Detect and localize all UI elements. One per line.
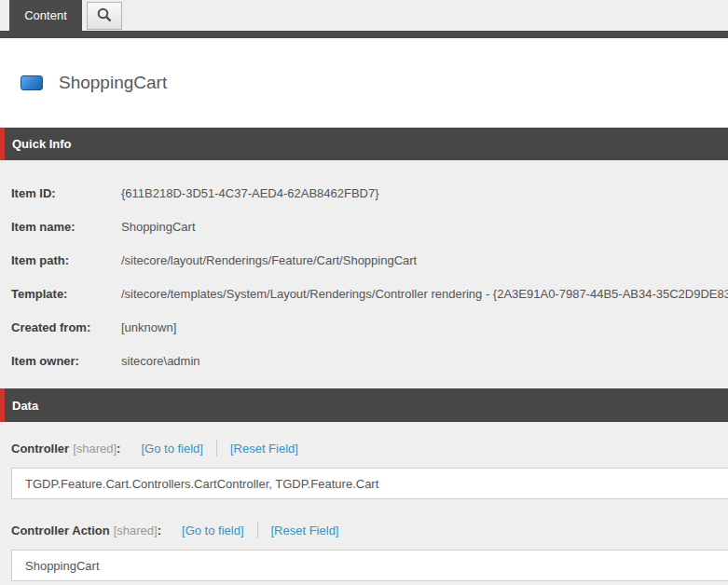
item-id-value: {611B218D-3D51-4C37-AED4-62AB8462FBD7} [121, 186, 379, 200]
quick-info-row-created-from: Created from: [unknown] [0, 310, 728, 344]
controller-action-field-scope: [shared] [114, 524, 158, 537]
section-header-data[interactable]: Data [0, 388, 728, 422]
template-label: Template: [11, 287, 121, 301]
search-icon [96, 7, 113, 26]
controller-field-header: Controller [shared]: [Go to field] [Rese… [11, 441, 728, 456]
header-divider-bar [0, 31, 728, 38]
item-header: ShoppingCart [0, 38, 728, 128]
data-body: Controller [shared]: [Go to field] [Rese… [0, 422, 728, 585]
controller-action-field-label: Controller Action [11, 524, 110, 537]
created-from-label: Created from: [11, 320, 121, 334]
quick-info-row-item-path: Item path: /sitecore/layout/Renderings/F… [0, 243, 728, 277]
item-type-icon [21, 75, 43, 90]
controller-action-reset-field-link[interactable]: [Reset Field] [271, 524, 339, 537]
tab-strip: Content [0, 0, 728, 31]
controller-input[interactable] [11, 468, 728, 499]
item-id-label: Item ID: [11, 186, 121, 200]
page-title: ShoppingCart [59, 73, 167, 93]
data-title: Data [12, 399, 38, 413]
link-divider [257, 522, 258, 538]
item-name-value: ShoppingCart [121, 220, 196, 234]
controller-goto-field-link[interactable]: [Go to field] [141, 442, 202, 456]
field-group-controller-action: Controller Action [shared]: [Go to field… [11, 523, 728, 581]
controller-reset-field-link[interactable]: [Reset Field] [230, 442, 298, 456]
controller-field-scope: [shared] [73, 442, 117, 456]
item-owner-value: sitecore\admin [121, 354, 200, 368]
controller-action-input[interactable] [11, 550, 728, 581]
section-header-quick-info[interactable]: Quick Info [0, 128, 728, 160]
quick-info-row-item-name: Item name: ShoppingCart [0, 210, 728, 243]
field-group-controller: Controller [shared]: [Go to field] [Rese… [11, 441, 728, 499]
tab-content-label: Content [24, 8, 67, 22]
item-owner-label: Item owner: [11, 354, 121, 368]
quick-info-body: Item ID: {611B218D-3D51-4C37-AED4-62AB84… [0, 160, 728, 388]
controller-action-goto-field-link[interactable]: [Go to field] [182, 524, 243, 537]
quick-info-title: Quick Info [12, 137, 72, 151]
template-value: /sitecore/templates/System/Layout/Render… [121, 287, 728, 301]
controller-action-field-colon: : [158, 524, 161, 537]
quick-info-row-item-id: Item ID: {611B218D-3D51-4C37-AED4-62AB84… [0, 176, 728, 210]
item-path-value: /sitecore/layout/Renderings/Feature/Cart… [121, 253, 417, 267]
controller-field-colon: : [117, 442, 120, 456]
tab-content[interactable]: Content [9, 0, 82, 31]
item-path-label: Item path: [11, 253, 121, 267]
link-divider [216, 440, 217, 456]
quick-info-row-template: Template: /sitecore/templates/System/Lay… [0, 277, 728, 310]
controller-action-field-header: Controller Action [shared]: [Go to field… [11, 523, 728, 537]
controller-field-label: Controller [11, 442, 69, 456]
search-button[interactable] [87, 2, 122, 30]
created-from-value: [unknown] [121, 320, 176, 334]
quick-info-row-item-owner: Item owner: sitecore\admin [0, 344, 728, 377]
item-name-label: Item name: [11, 220, 121, 234]
